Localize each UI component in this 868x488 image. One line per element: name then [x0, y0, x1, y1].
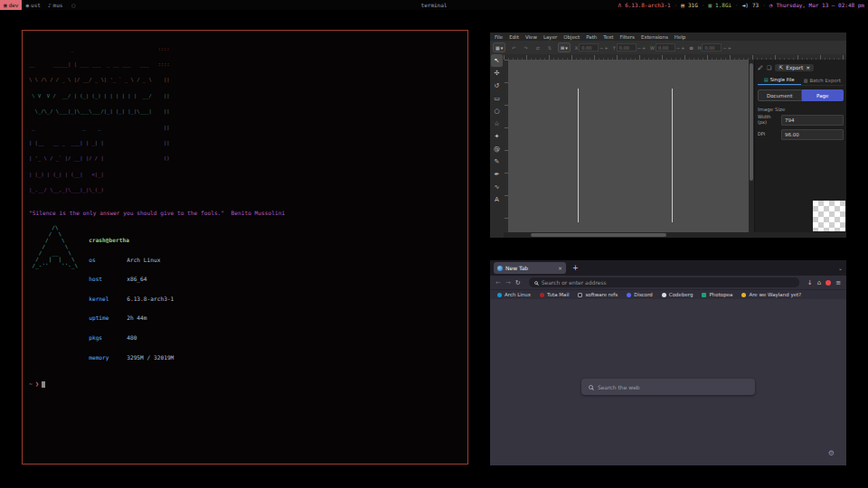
reload-button[interactable]: ↻ — [515, 279, 521, 286]
workspace-label: mus — [53, 2, 63, 8]
width-field[interactable]: W0.00−+ — [650, 43, 684, 52]
dpi-label: DPI — [758, 132, 781, 137]
bookmark-folder-software-refs[interactable]: software refs — [578, 292, 618, 297]
single-file-icon: ▤ — [764, 77, 769, 82]
bookmark-discord[interactable]: Discord — [627, 292, 653, 297]
tab-single-file[interactable]: ▤ Single File — [758, 75, 801, 85]
rotate-cw-icon[interactable]: ↷ — [522, 45, 529, 51]
tab-new-tab[interactable]: New Tab × — [494, 262, 566, 274]
menu-edit[interactable]: Edit — [509, 34, 519, 40]
selection-mode-dropdown[interactable]: ▦▾ — [493, 42, 505, 52]
horizontal-scrollbar[interactable] — [504, 232, 846, 238]
bookmark-photopea[interactable]: Photopea — [702, 292, 732, 297]
snap-dropdown[interactable]: ⊞▾ — [558, 42, 571, 52]
tool-star[interactable]: ☆ — [491, 117, 503, 130]
fetch-output: /\ / \ / \ / \ / __ \ / | | \ /_-'' ''-_… — [29, 224, 461, 374]
shell-prompt[interactable]: ~ ❯ — [29, 380, 461, 388]
tool-pencil[interactable]: ✎ — [491, 155, 503, 168]
quote-line: "Silence is the only answer you should g… — [29, 210, 461, 216]
arch-favicon — [497, 293, 502, 297]
kernel-version: 6.13.8-arch3-1 — [625, 2, 671, 8]
bookmark-tuta-mail[interactable]: Tuta Mail — [540, 292, 569, 297]
fetch-row: uptime2h 44m — [89, 314, 174, 321]
dpi-input[interactable]: 96.00 — [781, 129, 844, 140]
bookmark-codeberg[interactable]: Codeberg — [662, 292, 693, 297]
adblock-extension-icon[interactable] — [826, 280, 831, 286]
new-tab-page: Search the web ⚙ — [490, 299, 846, 465]
export-preview-thumbnail — [813, 201, 845, 231]
bookmark-arch-linux[interactable]: Arch Linux — [497, 292, 531, 297]
vertical-guide[interactable] — [578, 89, 579, 222]
tab-batch-export[interactable]: ▥ Batch Export — [801, 75, 844, 85]
menu-file[interactable]: File — [495, 34, 503, 40]
tool-pen[interactable]: ✒ — [491, 168, 503, 181]
y-coordinate-field[interactable]: Y0.00−+ — [613, 43, 646, 52]
layers-panel-icon[interactable]: ❏ — [767, 64, 771, 70]
banner-line: \_/\_/ \___|_|\___\___/|_| |_| |_|\___| … — [29, 109, 461, 115]
menu-help[interactable]: Help — [675, 34, 686, 40]
web-search-box[interactable]: Search the web — [581, 379, 755, 395]
tool-node-editor[interactable]: ✣ — [491, 67, 503, 80]
tab-list-chevron-icon[interactable]: ⌄ — [838, 265, 843, 271]
width-row: Width (px) 794 — [758, 115, 844, 126]
menu-object[interactable]: Object — [563, 34, 580, 40]
menu-extensions[interactable]: Extensions — [641, 34, 668, 40]
rotate-ccw-icon[interactable]: ↶ — [510, 45, 517, 51]
menu-path[interactable]: Path — [586, 34, 597, 40]
tool-spiral[interactable]: @ — [491, 143, 503, 155]
workspace-mus[interactable]: ♪ mus — [44, 2, 66, 8]
navigation-bar: ← → ↻ Search or enter address ↓ ⌂ ≡ — [490, 276, 846, 289]
terminal-window[interactable]: _ :::: __ _____| | ___ ___ _ __ ___ ___ … — [22, 30, 468, 465]
menu-filters[interactable]: Filters — [619, 34, 635, 40]
personalize-gear-icon[interactable]: ⚙ — [828, 449, 835, 457]
volume-icon: ◄) — [742, 2, 749, 8]
home-button[interactable]: ⌂ — [817, 279, 821, 286]
tool-shape-builder[interactable]: ↺ — [491, 80, 503, 92]
scrollbar-thumb[interactable] — [531, 233, 666, 237]
fetch-row: memory3295M / 32019M — [89, 354, 174, 361]
toolbox: ↖ ✣ ↺ ▭ ○ ☆ ✦ @ ✎ ✒ ∿ A — [490, 54, 504, 238]
workspace-ust[interactable]: ◉ ust — [22, 2, 43, 8]
banner-line: \ \ /\ / / _ \ |/ __/ _ \| '_ ` _ \ / _ … — [29, 78, 461, 83]
export-panel-tab[interactable]: ⇱ Export × — [775, 64, 814, 71]
menu-view[interactable]: View — [525, 34, 537, 40]
tool-ellipse[interactable]: ○ — [491, 105, 503, 117]
document-button[interactable]: Document — [758, 89, 802, 101]
tool-text[interactable]: A — [491, 193, 503, 206]
bookmark-are-we-wayland-yet[interactable]: Are we Wayland yet? — [741, 292, 801, 297]
disk-icon: ▤ — [681, 2, 684, 8]
codeberg-favicon — [662, 293, 666, 297]
flip-horizontal-icon[interactable]: ⇄ — [534, 45, 542, 51]
tool-calligraphy[interactable]: ∿ — [491, 181, 503, 193]
x-coordinate-field[interactable]: X0.00−+ — [575, 43, 609, 52]
scrollbar-thumb[interactable] — [750, 63, 753, 181]
vertical-guide[interactable] — [672, 89, 673, 222]
menu-layer[interactable]: Layer — [543, 34, 557, 40]
url-bar[interactable]: Search or enter address — [529, 277, 799, 287]
page-button[interactable]: Page — [802, 89, 844, 101]
tool-rectangle[interactable]: ▭ — [491, 92, 503, 105]
banner-line: | |_) | (_| | (__| <|_| — [29, 173, 461, 178]
banner-line: \ V V / __/ | (_| (_) | | | | | | __/ || — [29, 94, 461, 99]
width-input[interactable]: 794 — [781, 115, 844, 126]
close-icon[interactable]: × — [806, 65, 810, 70]
forward-button[interactable]: → — [505, 279, 511, 286]
new-tab-button[interactable]: + — [572, 264, 579, 272]
tool-3dbox[interactable]: ✦ — [491, 130, 503, 143]
flip-vertical-icon[interactable]: ⇅ — [546, 45, 553, 51]
downloads-button[interactable]: ↓ — [807, 279, 813, 286]
layout-mode-icon[interactable]: ▢ — [71, 2, 75, 8]
height-field[interactable]: H0.00−+ — [698, 43, 731, 52]
workspace-label: dev — [9, 2, 19, 8]
canvas[interactable] — [508, 60, 749, 232]
menu-text[interactable]: Text — [603, 34, 613, 40]
close-tab-icon[interactable]: × — [558, 265, 562, 271]
menu-button[interactable]: ≡ — [835, 279, 841, 286]
objects-panel-icon[interactable]: 🖉 — [758, 64, 763, 70]
lock-ratio-icon[interactable]: ⊙ — [689, 45, 693, 51]
fetch-row: pkgs480 — [89, 334, 174, 341]
back-button[interactable]: ← — [495, 279, 501, 286]
memory-usage: 1.8Gi — [715, 2, 731, 8]
workspace-dev[interactable]: ▣ dev — [0, 0, 22, 10]
tool-selector[interactable]: ↖ — [491, 54, 503, 67]
